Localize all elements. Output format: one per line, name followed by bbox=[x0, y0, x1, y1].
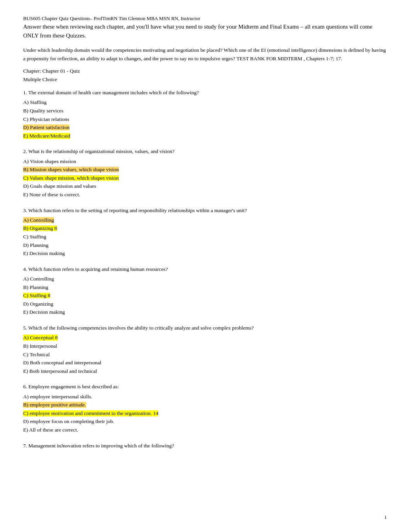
question-text: 7. Management inJnovation refers to impr… bbox=[23, 442, 387, 450]
question-text: 6. Employee engagement is best described… bbox=[23, 383, 387, 391]
question-block: 4. Which function refers to acquiring an… bbox=[23, 265, 387, 316]
answer-option: A) Conceptual 8 bbox=[23, 333, 387, 342]
answer-option: E) Decision making bbox=[23, 308, 387, 316]
question-block: 6. Employee engagement is best described… bbox=[23, 383, 387, 434]
answer-option: E) All of these are correct. bbox=[23, 426, 387, 434]
question-block: 7. Management inJnovation refers to impr… bbox=[23, 442, 387, 450]
question-text: 3. Which function refers to the setting … bbox=[23, 207, 387, 214]
answer-option: B) Mission shapes values, which shape vi… bbox=[23, 165, 387, 174]
answer-option: C) Physician relations bbox=[23, 115, 387, 124]
question-text: 5. Which of the following competencies i… bbox=[23, 324, 387, 332]
answer-option: B) Quality services bbox=[23, 107, 387, 115]
answer-option: D) Organizing bbox=[23, 300, 387, 308]
answer-option: C) employee motivation and commitment to… bbox=[23, 409, 387, 418]
question-block: 1. The external domain of health care ma… bbox=[23, 89, 387, 140]
type-label: Multiple Choice bbox=[23, 76, 387, 83]
answer-option: D) Both conceptual and interpersonal bbox=[23, 359, 387, 367]
question-block: 3. Which function refers to the setting … bbox=[23, 207, 387, 258]
answer-option: A) Controlling bbox=[23, 275, 387, 283]
answer-option: A) Staffing bbox=[23, 98, 387, 107]
header-line1: BUS605 Chapter Quiz Questions– ProfTimRN… bbox=[23, 15, 387, 22]
header-line2: Answer these when reviewing each chapter… bbox=[23, 22, 387, 40]
answer-option: C) Technical bbox=[23, 350, 387, 359]
question-block: 2. What is the relationship of organizat… bbox=[23, 148, 387, 199]
intro-paragraph: Under which leadership domain would the … bbox=[23, 46, 387, 63]
answer-option: B) Organizing 8 bbox=[23, 224, 387, 233]
questions-container: 1. The external domain of health care ma… bbox=[23, 89, 387, 450]
chapter-label: Chapter: Chapter 01 - Quiz bbox=[23, 68, 387, 74]
answer-option: A) Vision shapes mission bbox=[23, 157, 387, 166]
answer-option: C) Staffing 8 bbox=[23, 291, 387, 300]
answer-option: D) Planning bbox=[23, 241, 387, 250]
answer-option: B) Interpersonal bbox=[23, 342, 387, 350]
answer-option: B) employee positive attitude. bbox=[23, 401, 387, 409]
answer-option: A) employee interpersonal skills. bbox=[23, 393, 387, 401]
answer-option: E) None of these is correct. bbox=[23, 190, 387, 199]
answer-option: A) Controlling bbox=[23, 216, 387, 224]
answer-option: D) Patient satisfaction bbox=[23, 123, 387, 132]
answer-option: C) Values shape mission, which shapes vi… bbox=[23, 174, 387, 182]
answer-option: E) Both interpersonal and technical bbox=[23, 367, 387, 376]
question-text: 2. What is the relationship of organizat… bbox=[23, 148, 387, 155]
question-text: 1. The external domain of health care ma… bbox=[23, 89, 387, 97]
answer-option: D) employee focus on completing their jo… bbox=[23, 417, 387, 426]
answer-option: E) Medicare/Medicaid bbox=[23, 132, 387, 140]
question-block: 5. Which of the following competencies i… bbox=[23, 324, 387, 375]
answer-option: B) Planning bbox=[23, 283, 387, 292]
answer-option: C) Staffing bbox=[23, 233, 387, 241]
question-text: 4. Which function refers to acquiring an… bbox=[23, 265, 387, 273]
page-number: 1 bbox=[384, 514, 387, 520]
answer-option: D) Goals shape mission and values bbox=[23, 182, 387, 190]
answer-option: E) Decision making bbox=[23, 249, 387, 258]
page-header: BUS605 Chapter Quiz Questions– ProfTimRN… bbox=[23, 15, 387, 40]
